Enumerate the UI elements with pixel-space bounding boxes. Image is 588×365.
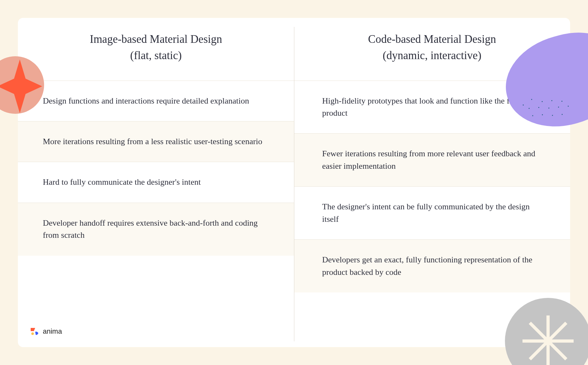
- comparison-card: Image-based Material Design (flat, stati…: [18, 18, 570, 347]
- comparison-table: Image-based Material Design (flat, stati…: [18, 18, 570, 347]
- asterisk-icon: [516, 309, 580, 365]
- right-heading-line2: (dynamic, interactive): [383, 49, 481, 62]
- column-divider: [294, 27, 294, 341]
- svg-point-4: [31, 332, 34, 335]
- table-row: Developers get an exact, fully functioni…: [294, 239, 570, 292]
- left-column: Image-based Material Design (flat, stati…: [18, 18, 294, 347]
- table-row: Developer handoff requires extensive bac…: [18, 203, 294, 256]
- left-heading-line1: Image-based Material Design: [90, 33, 222, 45]
- anima-logo-icon: [30, 327, 40, 336]
- anima-logo-text: anima: [43, 327, 62, 336]
- table-row: Hard to fully communicate the designer's…: [18, 162, 294, 202]
- table-row: Design functions and interactions requir…: [18, 81, 294, 121]
- left-column-header: Image-based Material Design (flat, stati…: [18, 18, 294, 81]
- anima-logo: anima: [30, 327, 62, 336]
- left-heading-line2: (flat, static): [130, 49, 182, 62]
- table-row: More iterations resulting from a less re…: [18, 121, 294, 162]
- table-row: The designer's intent can be fully commu…: [294, 186, 570, 239]
- decoration-star-icon: [0, 59, 42, 113]
- table-row: Fewer iterations resulting from more rel…: [294, 133, 570, 186]
- right-heading-line1: Code-based Material Design: [368, 33, 496, 45]
